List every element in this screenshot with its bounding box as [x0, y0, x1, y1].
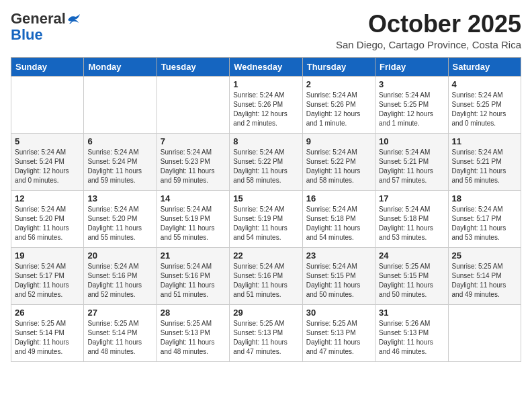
day-info: Sunrise: 5:24 AM Sunset: 5:20 PM Dayligh… — [15, 205, 80, 242]
day-info: Sunrise: 5:24 AM Sunset: 5:21 PM Dayligh… — [452, 148, 517, 185]
day-info: Sunrise: 5:25 AM Sunset: 5:14 PM Dayligh… — [452, 262, 517, 300]
calendar-cell: 20Sunrise: 5:24 AM Sunset: 5:16 PM Dayli… — [84, 247, 157, 304]
calendar-cell: 23Sunrise: 5:24 AM Sunset: 5:15 PM Dayli… — [302, 247, 375, 304]
title-block: October 2025 San Diego, Cartago Province… — [336, 11, 521, 50]
day-number: 18 — [452, 193, 517, 203]
day-number: 7 — [161, 136, 226, 146]
day-number: 27 — [87, 308, 152, 318]
calendar-table: SundayMondayTuesdayWednesdayThursdayFrid… — [11, 57, 521, 362]
day-info: Sunrise: 5:24 AM Sunset: 5:25 PM Dayligh… — [452, 91, 517, 128]
calendar-cell: 16Sunrise: 5:24 AM Sunset: 5:18 PM Dayli… — [302, 190, 375, 247]
day-info: Sunrise: 5:25 AM Sunset: 5:13 PM Dayligh… — [161, 319, 226, 357]
day-info: Sunrise: 5:24 AM Sunset: 5:16 PM Dayligh… — [87, 262, 152, 300]
day-number: 4 — [452, 79, 517, 89]
calendar-cell: 10Sunrise: 5:24 AM Sunset: 5:21 PM Dayli… — [375, 133, 448, 190]
calendar-cell: 28Sunrise: 5:25 AM Sunset: 5:13 PM Dayli… — [157, 304, 229, 361]
day-number: 13 — [87, 193, 152, 203]
week-row-4: 19Sunrise: 5:24 AM Sunset: 5:17 PM Dayli… — [11, 247, 521, 304]
day-number: 17 — [379, 193, 444, 203]
weekday-header-friday: Friday — [375, 57, 448, 76]
day-info: Sunrise: 5:24 AM Sunset: 5:19 PM Dayligh… — [233, 205, 298, 242]
day-info: Sunrise: 5:25 AM Sunset: 5:15 PM Dayligh… — [379, 262, 444, 300]
calendar-cell: 14Sunrise: 5:24 AM Sunset: 5:19 PM Dayli… — [157, 190, 229, 247]
day-info: Sunrise: 5:24 AM Sunset: 5:24 PM Dayligh… — [87, 148, 152, 185]
calendar-cell: 12Sunrise: 5:24 AM Sunset: 5:20 PM Dayli… — [11, 190, 84, 247]
day-info: Sunrise: 5:24 AM Sunset: 5:17 PM Dayligh… — [452, 205, 517, 242]
day-info: Sunrise: 5:24 AM Sunset: 5:16 PM Dayligh… — [161, 262, 226, 300]
calendar-cell: 6Sunrise: 5:24 AM Sunset: 5:24 PM Daylig… — [84, 133, 157, 190]
calendar-cell: 25Sunrise: 5:25 AM Sunset: 5:14 PM Dayli… — [448, 247, 521, 304]
day-number: 16 — [306, 193, 371, 203]
calendar-cell: 19Sunrise: 5:24 AM Sunset: 5:17 PM Dayli… — [11, 247, 84, 304]
day-info: Sunrise: 5:25 AM Sunset: 5:14 PM Dayligh… — [87, 319, 152, 357]
calendar-cell: 11Sunrise: 5:24 AM Sunset: 5:21 PM Dayli… — [448, 133, 521, 190]
calendar-cell: 24Sunrise: 5:25 AM Sunset: 5:15 PM Dayli… — [375, 247, 448, 304]
day-info: Sunrise: 5:24 AM Sunset: 5:18 PM Dayligh… — [379, 205, 444, 242]
day-info: Sunrise: 5:26 AM Sunset: 5:13 PM Dayligh… — [379, 319, 444, 357]
calendar-cell: 30Sunrise: 5:25 AM Sunset: 5:13 PM Dayli… — [302, 304, 375, 361]
calendar-cell: 15Sunrise: 5:24 AM Sunset: 5:19 PM Dayli… — [230, 190, 302, 247]
day-number: 22 — [233, 250, 298, 261]
calendar-cell: 31Sunrise: 5:26 AM Sunset: 5:13 PM Dayli… — [375, 304, 448, 361]
day-number: 9 — [306, 136, 371, 146]
day-info: Sunrise: 5:24 AM Sunset: 5:22 PM Dayligh… — [306, 148, 371, 185]
day-info: Sunrise: 5:24 AM Sunset: 5:20 PM Dayligh… — [87, 205, 152, 242]
day-number: 20 — [87, 250, 152, 261]
logo-general: General — [11, 10, 66, 27]
day-info: Sunrise: 5:25 AM Sunset: 5:13 PM Dayligh… — [306, 319, 371, 357]
calendar-cell: 8Sunrise: 5:24 AM Sunset: 5:22 PM Daylig… — [230, 133, 302, 190]
calendar-cell: 29Sunrise: 5:25 AM Sunset: 5:13 PM Dayli… — [230, 304, 302, 361]
day-number: 21 — [161, 250, 226, 261]
day-info: Sunrise: 5:24 AM Sunset: 5:22 PM Dayligh… — [233, 148, 298, 185]
weekday-header-wednesday: Wednesday — [230, 57, 302, 76]
day-number: 26 — [15, 308, 80, 318]
week-row-3: 12Sunrise: 5:24 AM Sunset: 5:20 PM Dayli… — [11, 190, 521, 247]
day-number: 11 — [452, 136, 517, 146]
day-number: 28 — [161, 308, 226, 318]
day-number: 31 — [379, 308, 444, 318]
day-number: 14 — [161, 193, 226, 203]
day-info: Sunrise: 5:25 AM Sunset: 5:14 PM Dayligh… — [15, 319, 80, 357]
day-number: 1 — [233, 79, 298, 89]
weekday-header-tuesday: Tuesday — [157, 57, 229, 76]
day-number: 8 — [233, 136, 298, 146]
calendar-cell: 5Sunrise: 5:24 AM Sunset: 5:24 PM Daylig… — [11, 133, 84, 190]
weekday-header-sunday: Sunday — [11, 57, 84, 76]
calendar-cell: 1Sunrise: 5:24 AM Sunset: 5:26 PM Daylig… — [230, 76, 302, 133]
calendar-cell: 3Sunrise: 5:24 AM Sunset: 5:25 PM Daylig… — [375, 76, 448, 133]
day-info: Sunrise: 5:24 AM Sunset: 5:19 PM Dayligh… — [161, 205, 226, 242]
day-info: Sunrise: 5:24 AM Sunset: 5:21 PM Dayligh… — [379, 148, 444, 185]
day-number: 23 — [306, 250, 371, 261]
calendar-cell — [11, 76, 84, 133]
day-number: 15 — [233, 193, 298, 203]
calendar-cell: 2Sunrise: 5:24 AM Sunset: 5:26 PM Daylig… — [302, 76, 375, 133]
day-number: 2 — [306, 79, 371, 89]
logo: General Blue — [11, 11, 81, 43]
calendar-cell: 4Sunrise: 5:24 AM Sunset: 5:25 PM Daylig… — [448, 76, 521, 133]
week-row-1: 1Sunrise: 5:24 AM Sunset: 5:26 PM Daylig… — [11, 76, 521, 133]
day-info: Sunrise: 5:24 AM Sunset: 5:26 PM Dayligh… — [233, 91, 298, 128]
calendar-cell — [157, 76, 229, 133]
calendar-cell: 22Sunrise: 5:24 AM Sunset: 5:16 PM Dayli… — [230, 247, 302, 304]
day-info: Sunrise: 5:24 AM Sunset: 5:16 PM Dayligh… — [233, 262, 298, 300]
calendar-cell: 9Sunrise: 5:24 AM Sunset: 5:22 PM Daylig… — [302, 133, 375, 190]
weekday-header-thursday: Thursday — [302, 57, 375, 76]
location-title: San Diego, Cartago Province, Costa Rica — [336, 39, 521, 50]
logo-bird-icon — [66, 13, 81, 26]
day-info: Sunrise: 5:25 AM Sunset: 5:13 PM Dayligh… — [233, 319, 298, 357]
day-number: 29 — [233, 308, 298, 318]
day-number: 24 — [379, 250, 444, 261]
calendar-cell — [448, 304, 521, 361]
day-number: 30 — [306, 308, 371, 318]
day-number: 19 — [15, 250, 80, 261]
day-number: 5 — [15, 136, 80, 146]
week-row-5: 26Sunrise: 5:25 AM Sunset: 5:14 PM Dayli… — [11, 304, 521, 361]
weekday-header-monday: Monday — [84, 57, 157, 76]
day-number: 6 — [87, 136, 152, 146]
day-info: Sunrise: 5:24 AM Sunset: 5:17 PM Dayligh… — [15, 262, 80, 300]
calendar-cell: 27Sunrise: 5:25 AM Sunset: 5:14 PM Dayli… — [84, 304, 157, 361]
calendar-cell: 7Sunrise: 5:24 AM Sunset: 5:23 PM Daylig… — [157, 133, 229, 190]
day-number: 3 — [379, 79, 444, 89]
logo-blue: Blue — [11, 26, 43, 43]
day-info: Sunrise: 5:24 AM Sunset: 5:15 PM Dayligh… — [306, 262, 371, 300]
